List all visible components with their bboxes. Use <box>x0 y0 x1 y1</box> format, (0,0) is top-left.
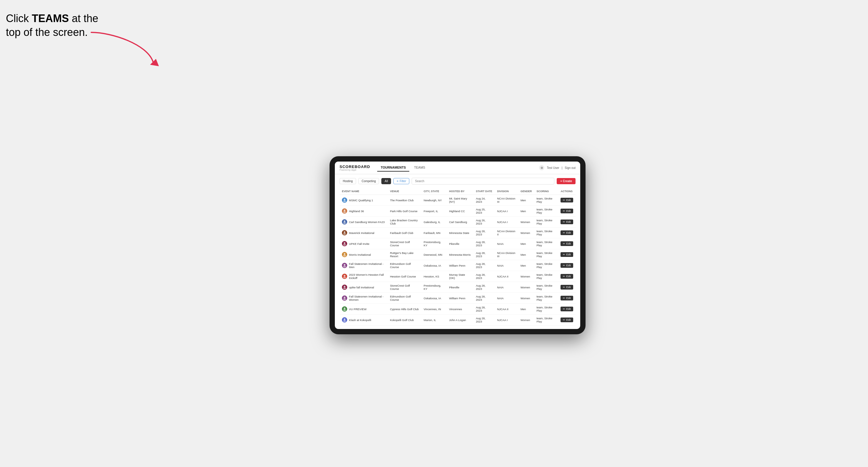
edit-label: Edit <box>566 220 571 223</box>
scoring-cell: team, Stroke Play <box>534 227 558 238</box>
edit-button[interactable]: ✏ Edit <box>560 317 573 322</box>
start-date-cell: Aug 28, 2023 <box>473 293 495 304</box>
col-scoring: SCORING <box>534 188 558 195</box>
edit-icon: ✏ <box>563 210 565 213</box>
team-icon <box>342 219 347 224</box>
venue-cell: The Powelton Club <box>388 195 421 206</box>
edit-icon: ✏ <box>563 286 565 289</box>
scoring-cell: team, Stroke Play <box>534 282 558 293</box>
svg-marker-0 <box>150 59 159 66</box>
svg-point-17 <box>344 286 345 287</box>
edit-label: Edit <box>566 318 571 321</box>
svg-point-4 <box>343 211 346 213</box>
edit-icon: ✏ <box>563 220 565 223</box>
division-cell: NCAA Division III <box>495 195 518 206</box>
settings-icon[interactable]: ⚙ <box>539 165 544 170</box>
scoring-cell: team, Stroke Play <box>534 206 558 217</box>
event-name-cell: Highland 36 <box>340 206 388 217</box>
search-input[interactable] <box>412 178 554 185</box>
city-state-cell: Prestonsburg, KY <box>421 282 447 293</box>
team-icon <box>342 295 347 301</box>
event-name-text: Fall Statesmen Invitational - Women <box>349 295 385 301</box>
gender-cell: Women <box>518 227 534 238</box>
all-filter-button[interactable]: All <box>381 178 391 184</box>
actions-cell: ✏ Edit <box>558 238 576 249</box>
actions-cell: ✏ Edit <box>558 271 576 282</box>
division-cell: NAIA <box>495 260 518 271</box>
hosted-by-cell: William Penn <box>447 260 473 271</box>
col-event-name: EVENT NAME <box>340 188 388 195</box>
event-name-cell: Klash at Kokopelli <box>340 315 388 325</box>
city-state-cell: Newburgh, NY <box>421 195 447 206</box>
edit-button[interactable]: ✏ Edit <box>560 296 573 301</box>
edit-button[interactable]: ✏ Edit <box>560 220 573 224</box>
event-name-cell: VU PREVIEW <box>340 304 388 315</box>
event-name-cell: Fall Statesmen Invitational - Women <box>340 293 388 304</box>
logo-sub: Powered by clippit <box>340 169 370 171</box>
scoring-cell: team, Stroke Play <box>534 249 558 260</box>
svg-point-22 <box>343 309 346 311</box>
table-row: 2023 Women's Hesston Fall Kickoff Hessto… <box>340 271 576 282</box>
scoring-cell: team, Stroke Play <box>534 195 558 206</box>
edit-button[interactable]: ✏ Edit <box>560 209 573 213</box>
table-row: Maverick Invitational Faribault Golf Clu… <box>340 227 576 238</box>
logo-title: SCOREBOARD <box>340 164 370 169</box>
competing-filter-button[interactable]: Competing <box>359 178 379 184</box>
hosted-by-cell: Carl Sandburg <box>447 217 473 227</box>
actions-cell: ✏ Edit <box>558 293 576 304</box>
scoring-cell: team, Stroke Play <box>534 293 558 304</box>
venue-cell: StoneCrest Golf Course <box>388 238 421 249</box>
actions-cell: ✏ Edit <box>558 195 576 206</box>
edit-label: Edit <box>566 275 571 278</box>
edit-button[interactable]: ✏ Edit <box>560 198 573 203</box>
edit-icon: ✏ <box>563 253 565 256</box>
actions-cell: ✏ Edit <box>558 227 576 238</box>
table-row: MSMC Qualifying 1 The Powelton ClubNewbu… <box>340 195 576 206</box>
event-name-cell: Morris Invitational <box>340 249 388 260</box>
edit-label: Edit <box>566 231 571 234</box>
table-row: Fall Statesmen Invitational - Women Edmu… <box>340 293 576 304</box>
table-row: Highland 36 Park Hills Golf CourseFreepo… <box>340 206 576 217</box>
svg-point-2 <box>343 200 346 202</box>
venue-cell: StoneCrest Golf Course <box>388 282 421 293</box>
venue-cell: Faribault Golf Club <box>388 227 421 238</box>
table-row: upike fall invitational StoneCrest Golf … <box>340 282 576 293</box>
table-body: MSMC Qualifying 1 The Powelton ClubNewbu… <box>340 195 576 325</box>
svg-point-6 <box>343 222 346 224</box>
scoring-cell: team, Stroke Play <box>534 238 558 249</box>
hosting-filter-button[interactable]: Hosting <box>340 178 356 184</box>
edit-button[interactable]: ✏ Edit <box>560 285 573 289</box>
start-date-cell: Aug 28, 2023 <box>473 304 495 315</box>
table-header: EVENT NAME VENUE CITY, STATE HOSTED BY S… <box>340 188 576 195</box>
svg-point-15 <box>344 275 345 277</box>
event-name-text: Carl Sandburg Women FA23 <box>349 220 384 224</box>
venue-cell: Ruttger's Bay Lake Resort <box>388 249 421 260</box>
venue-cell: Lake Bracken Country Club <box>388 217 421 227</box>
actions-cell: ✏ Edit <box>558 206 576 217</box>
start-date-cell: Aug 28, 2023 <box>473 271 495 282</box>
sign-out-link[interactable]: Sign out <box>565 166 576 169</box>
event-name-text: Fall Statesmen Invitational - Men <box>349 262 385 269</box>
tab-tournaments[interactable]: TOURNAMENTS <box>377 164 409 172</box>
edit-button[interactable]: ✏ Edit <box>560 230 573 235</box>
edit-button[interactable]: ✏ Edit <box>560 274 573 279</box>
tab-teams[interactable]: TEAMS <box>410 164 429 172</box>
gender-cell: Men <box>518 238 534 249</box>
create-button[interactable]: + Create <box>557 178 576 184</box>
division-cell: NJCAA I <box>495 206 518 217</box>
start-date-cell: Aug 28, 2023 <box>473 238 495 249</box>
filter-icon-button[interactable]: ≡ Filter <box>393 178 409 184</box>
edit-button[interactable]: ✏ Edit <box>560 263 573 268</box>
team-icon <box>342 241 347 246</box>
table-row: UPKE Fall Invite StoneCrest Golf CourseP… <box>340 238 576 249</box>
tablet-device: SCOREBOARD Powered by clippit TOURNAMENT… <box>330 156 586 334</box>
edit-icon: ✏ <box>563 318 565 321</box>
edit-button[interactable]: ✏ Edit <box>560 252 573 257</box>
venue-cell: Edmundson Golf Course <box>388 293 421 304</box>
event-name-cell: 2023 Women's Hesston Fall Kickoff <box>340 271 388 282</box>
instruction-text: Click TEAMS at the top of the screen. <box>6 12 100 39</box>
scoring-cell: team, Stroke Play <box>534 260 558 271</box>
table-row: Carl Sandburg Women FA23 Lake Bracken Co… <box>340 217 576 227</box>
edit-button[interactable]: ✏ Edit <box>560 241 573 246</box>
edit-button[interactable]: ✏ Edit <box>560 307 573 311</box>
